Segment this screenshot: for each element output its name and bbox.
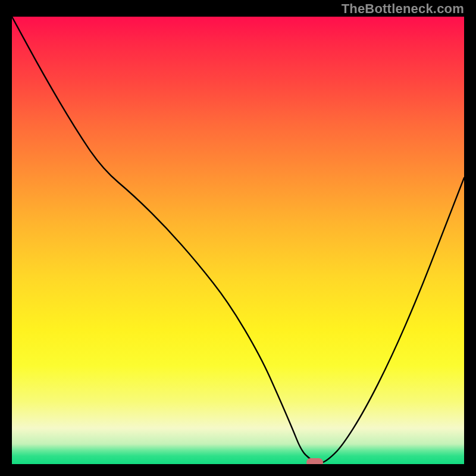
plot-area (12, 17, 464, 464)
chart-container: { "watermark": "TheBottleneck.com", "cha… (0, 0, 476, 476)
optimal-point-marker (306, 458, 323, 464)
watermark-text: TheBottleneck.com (342, 1, 464, 17)
bottleneck-curve (12, 17, 464, 464)
